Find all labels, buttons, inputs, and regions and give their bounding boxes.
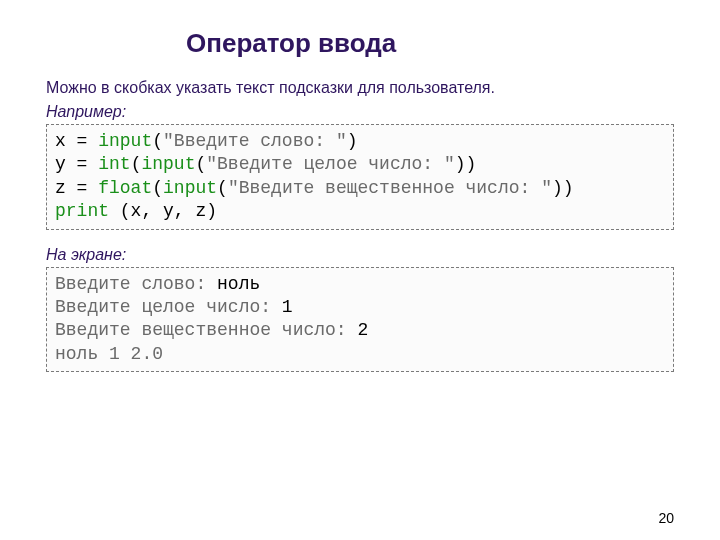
code-line-2: y = int(input("Введите целое число: ")) bbox=[55, 154, 476, 174]
output-block: Введите слово: ноль Введите целое число:… bbox=[46, 267, 674, 373]
page-title: Оператор ввода bbox=[186, 28, 674, 59]
output-label: На экране: bbox=[46, 246, 674, 264]
output-line-1: Введите слово: ноль bbox=[55, 274, 260, 294]
output-line-2: Введите целое число: 1 bbox=[55, 297, 293, 317]
output-line-3: Введите вещественное число: 2 bbox=[55, 320, 368, 340]
page-number: 20 bbox=[658, 510, 674, 526]
code-line-1: x = input("Введите слово: ") bbox=[55, 131, 358, 151]
example-label: Например: bbox=[46, 103, 674, 121]
code-block: x = input("Введите слово: ") y = int(inp… bbox=[46, 124, 674, 230]
intro-text: Можно в скобках указать текст подсказки … bbox=[46, 79, 674, 97]
output-line-4: ноль 1 2.0 bbox=[55, 344, 163, 364]
code-line-3: z = float(input("Введите вещественное чи… bbox=[55, 178, 574, 198]
code-line-4: print (x, y, z) bbox=[55, 201, 217, 221]
slide: Оператор ввода Можно в скобках указать т… bbox=[0, 0, 720, 540]
